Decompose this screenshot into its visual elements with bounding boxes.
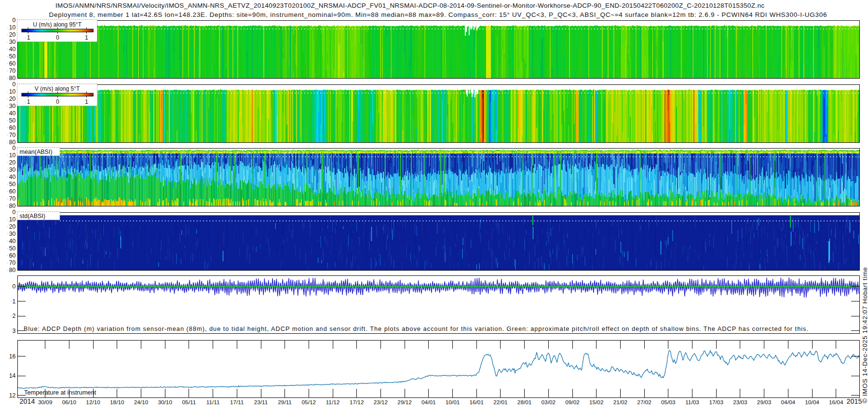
svg-text:50: 50 (9, 117, 16, 124)
svg-text:14: 14 (9, 372, 16, 379)
svg-text:40: 40 (9, 46, 16, 53)
svg-text:U (m/s) along 95°T: U (m/s) along 95°T (33, 21, 81, 28)
svg-text:1: 1 (85, 98, 88, 105)
svg-text:12/10: 12/10 (86, 399, 100, 406)
svg-text:10/04: 10/04 (805, 399, 819, 406)
svg-text:28/01: 28/01 (517, 399, 532, 406)
svg-text:2014: 2014 (20, 397, 35, 405)
svg-text:09/02: 09/02 (565, 399, 580, 406)
svg-text:60: 60 (9, 252, 16, 259)
svg-text:Blue: ADCP Depth (m) variation: Blue: ADCP Depth (m) variation from sens… (24, 325, 808, 332)
svg-text:10: 10 (9, 88, 16, 95)
svg-text:40: 40 (9, 110, 16, 117)
svg-text:17/03: 17/03 (709, 399, 723, 406)
svg-text:30/09: 30/09 (38, 399, 53, 406)
svg-text:16/04: 16/04 (829, 399, 843, 406)
svg-text:11/03: 11/03 (685, 399, 699, 406)
svg-text:0: 0 (13, 283, 16, 290)
svg-text:70: 70 (9, 68, 16, 74)
svg-text:11/12: 11/12 (326, 399, 340, 406)
svg-text:60: 60 (9, 188, 16, 195)
svg-text:23/12: 23/12 (374, 399, 388, 406)
svg-text:30: 30 (9, 166, 16, 173)
svg-text:70: 70 (9, 195, 16, 202)
svg-text:V (m/s) along 5°T: V (m/s) along 5°T (35, 85, 80, 92)
svg-text:60: 60 (9, 60, 16, 67)
svg-text:40: 40 (9, 174, 16, 180)
svg-text:3: 3 (13, 328, 16, 334)
svg-text:27/02: 27/02 (637, 399, 651, 406)
svg-text:29/12: 29/12 (397, 399, 412, 406)
svg-text:06/10: 06/10 (62, 399, 77, 406)
svg-text:60: 60 (9, 124, 16, 131)
svg-text:17/11: 17/11 (230, 399, 244, 406)
svg-text:22/01: 22/01 (493, 399, 508, 406)
svg-text:20: 20 (9, 96, 16, 102)
svg-text:03/02: 03/02 (542, 399, 556, 406)
svg-text:04/01: 04/01 (421, 399, 436, 406)
svg-text:© IMOS 14-Dec-2025 19:42:07 Ho: © IMOS 14-Dec-2025 19:42:07 Hobart time (861, 267, 868, 403)
svg-text:10: 10 (9, 152, 16, 159)
svg-text:50: 50 (9, 53, 16, 60)
svg-text:30: 30 (9, 231, 16, 237)
svg-text:29/11: 29/11 (278, 399, 292, 406)
svg-text:05/03: 05/03 (661, 399, 676, 406)
svg-text:80: 80 (9, 75, 16, 82)
svg-text:20: 20 (9, 223, 16, 230)
svg-text:70: 70 (9, 260, 16, 266)
svg-text:11/11: 11/11 (206, 399, 220, 406)
svg-text:0: 0 (56, 34, 59, 41)
svg-text:15/02: 15/02 (589, 399, 604, 406)
svg-text:Deployment 8, member 1 lat=42.: Deployment 8, member 1 lat=42.6S lon=148… (49, 11, 827, 18)
svg-text:IMOS/ANMN/NRS/NRSMAI/Velocity/: IMOS/ANMN/NRS/NRSMAI/Velocity/IMOS_ANMN-… (55, 2, 764, 9)
svg-text:1: 1 (85, 34, 88, 41)
svg-text:17/12: 17/12 (350, 399, 364, 406)
svg-text:10/01: 10/01 (446, 399, 460, 406)
svg-text:80: 80 (9, 203, 16, 209)
svg-text:10: 10 (9, 216, 16, 223)
svg-text:0: 0 (13, 209, 16, 216)
svg-text:0: 0 (13, 145, 16, 151)
svg-text:23/11: 23/11 (254, 399, 268, 406)
svg-text:50: 50 (9, 181, 16, 188)
svg-text:30: 30 (9, 39, 16, 45)
svg-text:1: 1 (27, 98, 30, 105)
svg-text:20: 20 (9, 31, 16, 38)
svg-text:1: 1 (27, 34, 30, 41)
svg-text:12: 12 (9, 392, 16, 399)
svg-text:70: 70 (9, 132, 16, 138)
svg-text:0: 0 (13, 17, 16, 24)
svg-text:21/02: 21/02 (613, 399, 628, 406)
svg-text:1: 1 (13, 298, 16, 305)
svg-text:04/04: 04/04 (781, 399, 796, 406)
svg-text:0: 0 (56, 98, 59, 105)
svg-text:20: 20 (9, 159, 16, 166)
svg-text:Temperature at instrument: Temperature at instrument (24, 389, 96, 396)
svg-text:0: 0 (13, 81, 16, 88)
svg-text:40: 40 (9, 238, 16, 245)
svg-text:50: 50 (9, 245, 16, 252)
svg-text:16: 16 (9, 353, 16, 360)
svg-text:29/03: 29/03 (757, 399, 772, 406)
svg-text:16/01: 16/01 (469, 399, 484, 406)
svg-text:18/10: 18/10 (110, 399, 124, 406)
svg-text:30: 30 (9, 103, 16, 109)
svg-text:05/11: 05/11 (182, 399, 196, 406)
svg-text:80: 80 (9, 267, 16, 273)
svg-text:24/10: 24/10 (134, 399, 149, 406)
svg-text:23/03: 23/03 (733, 399, 747, 406)
svg-text:mean(ABSI): mean(ABSI) (20, 149, 53, 155)
svg-text:2: 2 (13, 313, 16, 319)
svg-text:std(ABSI): std(ABSI) (20, 213, 46, 219)
svg-text:30/10: 30/10 (158, 399, 172, 406)
svg-text:2015: 2015 (847, 397, 862, 405)
svg-text:10: 10 (9, 24, 16, 31)
svg-text:05/12: 05/12 (302, 399, 316, 406)
